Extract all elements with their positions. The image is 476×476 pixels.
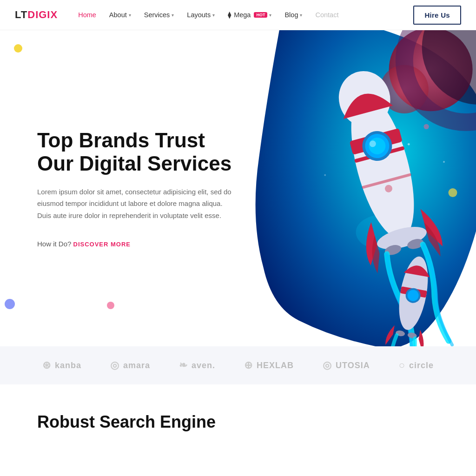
- partner-amara: ◎ amara: [110, 359, 150, 371]
- partner-amara-label: amara: [123, 361, 150, 370]
- discover-more-link[interactable]: DISCOVER MORE: [73, 241, 131, 248]
- chevron-down-icon: ▾: [172, 13, 174, 18]
- nav-item-services[interactable]: Services ▾: [139, 7, 180, 22]
- partners-strip: ⊛ kanba ◎ amara ❧ aven. ⊕ HEXLAB ◎ UTOSI…: [0, 346, 476, 384]
- nav-item-contact[interactable]: Contact: [310, 7, 344, 22]
- aven-icon: ❧: [179, 359, 188, 371]
- rocket-illustration: [234, 30, 476, 346]
- partner-kanba: ⊛ kanba: [42, 359, 81, 371]
- hero-image-area: [234, 30, 476, 346]
- chevron-down-icon: ▾: [300, 13, 302, 18]
- cta-prefix: How it Do?: [37, 240, 71, 248]
- decorative-dot-pink: [107, 302, 114, 309]
- nav-item-home[interactable]: Home: [73, 7, 102, 22]
- partner-hexlab: ⊕ HEXLAB: [244, 359, 294, 371]
- logo[interactable]: LT DIGIX: [15, 9, 58, 21]
- partner-circle-label: circle: [409, 361, 434, 370]
- nav-item-blog[interactable]: Blog ▾: [279, 7, 308, 22]
- hexlab-icon: ⊕: [244, 359, 253, 371]
- hero-cta: How it Do? DISCOVER MORE: [37, 240, 232, 248]
- chevron-down-icon: ▾: [129, 13, 131, 18]
- nav-item-about[interactable]: About ▾: [104, 7, 137, 22]
- chevron-down-icon: ▾: [212, 13, 215, 18]
- partner-circle: ○ circle: [399, 359, 434, 371]
- kanba-icon: ⊛: [42, 359, 51, 371]
- below-title: Robust Search Engine: [37, 412, 216, 432]
- nav-item-mega[interactable]: ⧫ Mega HOT ▾: [222, 7, 277, 22]
- navbar: LT DIGIX Home About ▾ Services ▾ Layouts…: [0, 0, 476, 30]
- partner-hexlab-label: HEXLAB: [257, 361, 294, 370]
- hero-section: Top Brands Trust Our Digital Services Lo…: [0, 30, 476, 346]
- chevron-down-icon: ▾: [269, 13, 271, 18]
- circle-icon: ○: [399, 359, 405, 371]
- decorative-dot-yellow: [14, 44, 22, 53]
- amara-icon: ◎: [110, 359, 119, 371]
- nav-links: Home About ▾ Services ▾ Layouts ▾ ⧫ Mega…: [73, 7, 344, 22]
- partner-utosia: ◎ UTOSIA: [323, 359, 370, 371]
- hero-content: Top Brands Trust Our Digital Services Lo…: [0, 101, 260, 276]
- nav-item-layouts[interactable]: Layouts ▾: [181, 7, 220, 22]
- partner-kanba-label: kanba: [55, 361, 81, 370]
- decorative-dot-blue: [5, 299, 15, 309]
- logo-lt: LT: [15, 9, 27, 21]
- below-section: Robust Search Engine: [0, 384, 476, 450]
- logo-digix: DIGIX: [27, 9, 58, 21]
- partner-aven-label: aven.: [192, 361, 215, 370]
- utosia-icon: ◎: [323, 359, 332, 371]
- partner-aven: ❧ aven.: [179, 359, 215, 371]
- hire-us-button[interactable]: Hire Us: [413, 6, 461, 25]
- partner-utosia-label: UTOSIA: [336, 361, 370, 370]
- mega-hot-badge: HOT: [254, 12, 267, 18]
- hero-description: Lorem ipsum dolor sit amet, consectetur …: [37, 186, 232, 222]
- hero-title: Top Brands Trust Our Digital Services: [37, 129, 232, 176]
